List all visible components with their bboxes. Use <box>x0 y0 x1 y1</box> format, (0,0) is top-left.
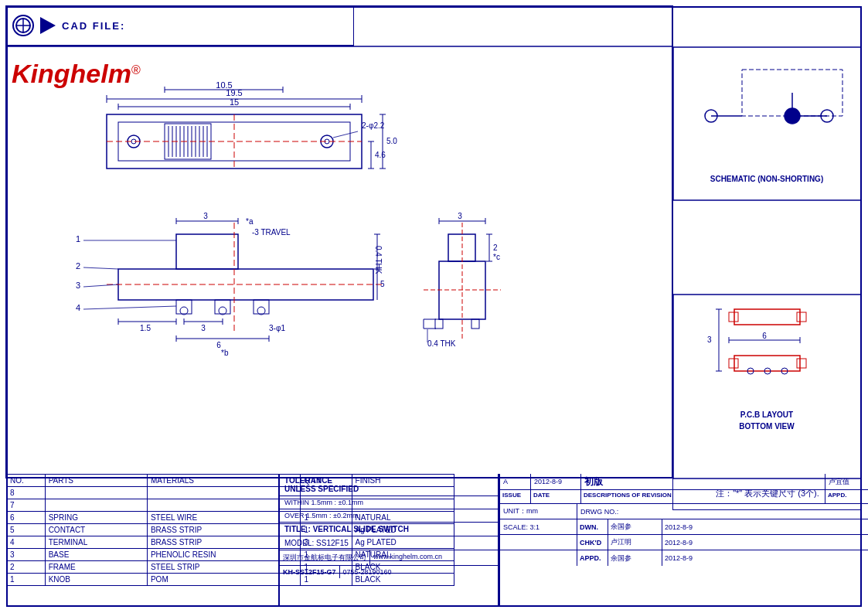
svg-text:2: 2 <box>76 261 80 271</box>
svg-rect-126 <box>797 359 806 368</box>
svg-text:15: 15 <box>230 97 239 107</box>
pcb-svg: 6 3 P.C.B LAYOUT BOTTOM VIEW <box>672 294 862 479</box>
model-label: MODEL: SS12F15 <box>280 536 498 550</box>
svg-text:P.C.B LAYOUT: P.C.B LAYOUT <box>740 410 793 419</box>
unit-cell: UNIT：mm <box>500 504 577 519</box>
appd-header: APPD. <box>825 490 868 503</box>
svg-text:3-φ1: 3-φ1 <box>269 324 285 332</box>
author-cell: 卢宜值 <box>825 474 868 489</box>
svg-rect-48 <box>176 234 238 269</box>
date-cell: 2012-8-9 <box>531 474 581 489</box>
phone: 0755-28190160 <box>340 566 395 578</box>
svg-text:*a: *a <box>246 217 254 226</box>
issue-header: ISSUE <box>500 490 531 503</box>
svg-text:1: 1 <box>76 234 80 243</box>
svg-text:0.4 THK: 0.4 THK <box>427 339 456 348</box>
tolerance-line1: WITHIN 1.5mm : ±0.1mm <box>280 496 498 509</box>
svg-text:5.0: 5.0 <box>386 137 397 145</box>
title-row5: CHK'D 卢江明 2012-8-9 <box>500 535 868 550</box>
date-header: DATE <box>531 490 581 503</box>
title-label: TITLE : VERTICAL SLIDE SWITCH <box>280 523 498 536</box>
svg-line-62 <box>83 284 118 287</box>
dwn-date-cell: 2012-8-9 <box>662 519 868 534</box>
svg-text:3: 3 <box>458 212 462 220</box>
svg-rect-124 <box>734 356 800 371</box>
tolerance-line2: OVER 1.5mm : ±0.2mm <box>280 509 498 523</box>
svg-line-38 <box>333 131 358 138</box>
scale-cell: SCALE: 3:1 <box>500 519 577 534</box>
tolerance-title: TOLERANCE UNLESS SPECIFIED <box>280 474 498 496</box>
svg-text:1.5: 1.5 <box>140 324 151 332</box>
svg-rect-123 <box>797 312 806 322</box>
svg-text:2-φ2.2: 2-φ2.2 <box>362 121 385 130</box>
svg-text:6: 6 <box>762 332 767 340</box>
svg-text:3: 3 <box>707 335 712 344</box>
revision-header: DESCRIPTIONS OF REVISION <box>581 490 825 503</box>
chkd-name-cell: 卢江明 <box>608 535 662 550</box>
bom-header-parts: PARTS <box>45 475 147 487</box>
svg-text:3: 3 <box>203 212 208 220</box>
company-website: www.kinghelm.com.cn <box>370 550 445 565</box>
svg-text:SCHEMATIC (NON-SHORTING): SCHEMATIC (NON-SHORTING) <box>710 175 823 183</box>
appd2-date-cell: 2012-8-9 <box>662 550 868 566</box>
svg-text:10.5: 10.5 <box>216 80 232 90</box>
drwg-cell: DRWG NO.: <box>577 504 868 519</box>
svg-rect-122 <box>729 312 738 322</box>
svg-text:-3 TRAVEL: -3 TRAVEL <box>252 228 291 237</box>
dwn-label-cell: DWN. <box>577 519 608 534</box>
company-name: 深圳市金航标电子有限公司 <box>280 550 370 565</box>
svg-point-116 <box>785 108 800 124</box>
chkd-date-cell: 2012-8-9 <box>662 535 868 550</box>
appd2-name-cell: 余国参 <box>608 550 662 566</box>
svg-rect-93 <box>435 319 443 329</box>
svg-text:4.6: 4.6 <box>375 151 386 159</box>
svg-text:3: 3 <box>201 324 206 332</box>
tolerance-block: TOLERANCE UNLESS SPECIFIED WITHIN 1.5mm … <box>278 474 499 607</box>
svg-rect-120 <box>673 295 861 478</box>
svg-text:3: 3 <box>76 281 80 290</box>
svg-rect-121 <box>734 309 800 325</box>
main-drawing-svg: 19.5 15 10.5 2-φ2.2 4.6 5.0 1 2 3 4 <box>6 6 672 478</box>
title-row4: SCALE: 3:1 DWN. 余国参 2012-8-9 <box>500 519 868 535</box>
part-number: KH-SS12F15-G7 <box>280 566 340 578</box>
schematic-svg: SCHEMATIC (NON-SHORTING) <box>672 46 862 201</box>
svg-rect-94 <box>471 319 479 329</box>
svg-text:4: 4 <box>76 303 80 312</box>
title-row6: APPD. 余国参 2012-8-9 <box>500 550 868 566</box>
part-number-row: KH-SS12F15-G7 0755-28190160 <box>280 566 498 578</box>
dwn-name-cell: 余国参 <box>608 519 662 534</box>
title-row2: ISSUE DATE DESCRIPTIONS OF REVISION APPD… <box>500 490 868 504</box>
svg-text:*b: *b <box>221 349 229 357</box>
title-row1: A 2012-8-9 初版 卢宜值 <box>500 474 868 490</box>
issue-cell: A <box>500 474 531 489</box>
bom-header-no: NO. <box>7 475 46 487</box>
chkd-label-cell: CHK'D <box>577 535 608 550</box>
appd2-label-cell: APPD. <box>577 550 608 566</box>
svg-text:*c: *c <box>493 253 500 261</box>
svg-line-60 <box>83 267 118 269</box>
svg-text:2: 2 <box>493 243 498 252</box>
svg-text:0.4 THK: 0.4 THK <box>374 246 383 274</box>
svg-text:5: 5 <box>380 280 385 288</box>
initial-version-cell: 初版 <box>581 474 825 489</box>
title-row3: UNIT：mm DRWG NO.: <box>500 504 868 519</box>
bom-area: NO. PARTS MATERIALS Q'TY FINISH 8 7 6 SP… <box>6 474 862 607</box>
svg-text:BOTTOM VIEW: BOTTOM VIEW <box>739 422 795 431</box>
svg-rect-125 <box>729 359 738 368</box>
company-row: 深圳市金航标电子有限公司 www.kinghelm.com.cn <box>280 550 498 566</box>
title-block: A 2012-8-9 初版 卢宜值 ISSUE DATE DESCRIPTION… <box>499 474 868 607</box>
svg-rect-3 <box>6 6 672 478</box>
svg-line-64 <box>83 306 176 309</box>
